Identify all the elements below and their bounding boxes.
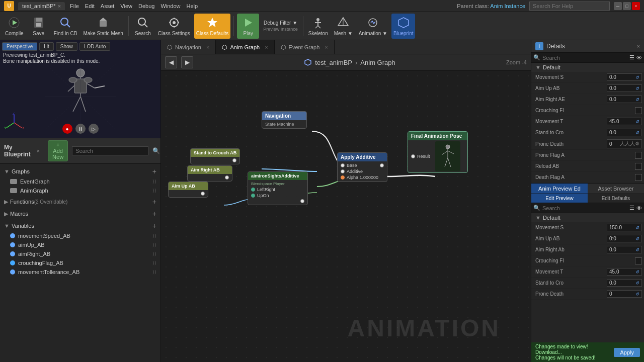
movement-speed-item[interactable]: movementSpeed_AB ⟩⟩ [0, 231, 160, 240]
search-button[interactable]: Search [132, 14, 154, 39]
make-static-mesh-button[interactable]: Make Static Mesh [81, 14, 125, 39]
aim-right-item[interactable]: aimRight_AB ⟩⟩ [0, 249, 160, 258]
menu-edit[interactable]: Edit [85, 3, 95, 9]
reload-ab-checkbox[interactable] [635, 163, 642, 170]
pe-aim-up-reset[interactable]: ↺ [635, 236, 639, 241]
stand-to-cro-reset[interactable]: ↺ [635, 130, 639, 135]
record-button[interactable]: ● [62, 124, 72, 134]
functions-add-button[interactable]: + [152, 198, 156, 206]
movement-t-value[interactable]: 45.0 ↺ [607, 118, 642, 125]
tab-anim-graph[interactable]: ⬡ Anim Graph × [216, 40, 274, 54]
pe-movement-t-value[interactable]: 45.0 ↺ [607, 268, 642, 276]
app-tab[interactable]: test_animBP* × [18, 2, 65, 10]
graphs-add-button[interactable]: + [152, 167, 156, 175]
preview-ed-view-icon[interactable]: ☰ [629, 205, 634, 211]
perspective-button[interactable]: Perspective [2, 42, 37, 51]
animation-button[interactable]: Animation ▼ [357, 14, 389, 39]
details-close-icon[interactable]: × [637, 43, 640, 49]
apply-additive-node[interactable]: Apply Additive Base Additive Alpha [337, 152, 387, 182]
compile-button[interactable]: Compile [3, 14, 26, 39]
save-button[interactable]: Save [28, 14, 50, 39]
minimize-button[interactable]: ─ [614, 2, 622, 10]
stop-button[interactable]: ▷ [89, 124, 99, 134]
movement-t-reset[interactable]: ↺ [635, 119, 639, 124]
details-view-toggle-icon[interactable]: ☰ [629, 54, 634, 61]
find-in-cb-button[interactable]: Find in CB [52, 14, 79, 39]
pe-aim-right-reset[interactable]: ↺ [635, 247, 639, 252]
pe-movement-t-reset[interactable]: ↺ [635, 269, 639, 275]
aim-up-ab-reset[interactable]: ↺ [635, 86, 639, 91]
bp-search-icon[interactable]: 🔍 [152, 147, 160, 154]
details-default-section[interactable]: ▼ Default [531, 63, 644, 72]
anim-tab-close-icon[interactable]: × [265, 44, 268, 50]
mesh-button[interactable]: Mesh ▼ [332, 14, 355, 39]
lit-button[interactable]: Lit [39, 42, 54, 51]
aim-right-ae-reset[interactable]: ↺ [635, 97, 639, 102]
tab-close-icon[interactable]: × [58, 3, 61, 9]
graph-back-button[interactable]: ◀ [165, 56, 177, 68]
nav-tab-close-icon[interactable]: × [206, 44, 209, 50]
blendspace-node[interactable]: aimIronSightsAdditive Blendspace Player … [248, 171, 308, 205]
pe-movement-s-value[interactable]: 150.0 ↺ [607, 224, 642, 231]
graphs-section-header[interactable]: ▼ Graphs + [0, 166, 160, 177]
details-search-input[interactable] [542, 55, 627, 61]
tab-event-graph[interactable]: ⬡ Event Graph × [275, 40, 335, 54]
aim-up-item[interactable]: aimUp_AB ⟩⟩ [0, 240, 160, 249]
prone-death-value[interactable]: 0 人人人⚙ [607, 139, 642, 148]
apply-button[interactable]: Apply [614, 348, 640, 357]
lod-button[interactable]: LOD Auto [79, 42, 110, 51]
final-pose-node[interactable]: Final Animation Pose Result [408, 131, 468, 173]
movement-s-value[interactable]: 0.0 ↺ [607, 73, 642, 81]
debug-filter-button[interactable]: Debug Filter ▼ Preview Instance [261, 14, 300, 39]
event-graph-item[interactable]: EventGraph ⟩⟩ [0, 177, 160, 186]
macros-add-button[interactable]: + [152, 210, 156, 218]
anim-preview-ed-tab[interactable]: Anim Preview Ed [531, 184, 588, 194]
graph-forward-button[interactable]: ▶ [181, 56, 193, 68]
stand-to-crouch-node[interactable]: Stand to Crouch AB [190, 148, 240, 164]
variables-add-button[interactable]: + [152, 222, 156, 230]
aim-right-node[interactable]: Aim Right AB [187, 165, 232, 182]
pause-button[interactable]: ⏸ [75, 124, 86, 134]
macros-section-header[interactable]: ▶ Macros + [0, 208, 160, 219]
blueprint-button[interactable]: Blueprint [391, 14, 415, 39]
functions-section-header[interactable]: ▶ Functions (2 Overridable) + [0, 196, 160, 207]
class-settings-button[interactable]: Class Settings [156, 14, 192, 39]
menu-view[interactable]: View [120, 3, 132, 9]
navigation-node[interactable]: Navigation State Machine [262, 111, 307, 129]
graph-canvas[interactable]: Navigation State Machine Stand to Crouch… [161, 71, 531, 362]
menu-asset[interactable]: Asset [101, 3, 115, 9]
aim-up-node[interactable]: Aim Up AB [168, 182, 208, 198]
show-button[interactable]: Show [56, 42, 77, 51]
edit-defaults-subtab[interactable]: Edit Defaults [588, 194, 644, 203]
play-button[interactable]: Play [237, 14, 259, 39]
edit-preview-subtab[interactable]: Edit Preview [531, 194, 588, 203]
crouching-fl-checkbox[interactable] [635, 107, 642, 114]
pe-aim-up-value[interactable]: 0:0 ↺ [607, 235, 642, 242]
blueprint-close-icon[interactable]: × [37, 148, 40, 154]
parent-class-value[interactable]: Anim Instance [490, 3, 525, 9]
pe-crouching-checkbox[interactable] [635, 257, 642, 264]
aim-up-ab-value[interactable]: 0.0 ↺ [607, 84, 642, 92]
menu-file[interactable]: File [70, 3, 79, 9]
pe-prone-death-reset[interactable]: ↺ [635, 292, 639, 297]
preview-ed-eye-icon[interactable]: 👁 [636, 205, 642, 211]
movement-tolerance-item[interactable]: movementTollerance_AB ⟩⟩ [0, 267, 160, 277]
crouching-flag-item[interactable]: crouchingFlag_AB ⟩⟩ [0, 258, 160, 267]
maximize-button[interactable]: □ [623, 2, 631, 10]
event-tab-close-icon[interactable]: × [325, 44, 328, 50]
close-button[interactable]: × [632, 2, 640, 10]
anim-graph-item[interactable]: AnimGraph ⟩⟩ [0, 186, 160, 195]
asset-browser-tab[interactable]: Asset Browser [588, 184, 644, 194]
movement-s-reset[interactable]: ↺ [635, 75, 639, 80]
pe-stand-to-cro-reset[interactable]: ↺ [635, 281, 639, 286]
menu-help[interactable]: Help [187, 3, 198, 9]
menu-debug[interactable]: Debug [138, 3, 154, 9]
pe-prone-death-value[interactable]: 0 ↺ [607, 290, 642, 298]
pe-aim-right-value[interactable]: 0.0 ↺ [607, 246, 642, 253]
death-flag-a-checkbox[interactable] [635, 174, 642, 181]
menu-window[interactable]: Window [160, 3, 180, 9]
tab-navigation[interactable]: ⬡ Navigation × [161, 40, 216, 54]
blueprint-search-input[interactable] [72, 146, 148, 155]
class-defaults-button[interactable]: Class Defaults [194, 14, 230, 39]
pe-movement-s-reset[interactable]: ↺ [635, 225, 639, 230]
